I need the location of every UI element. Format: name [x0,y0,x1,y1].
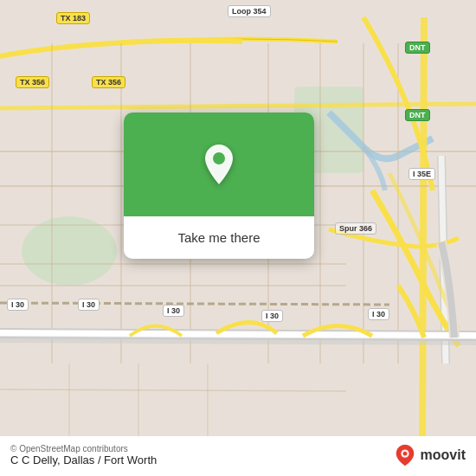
svg-point-1 [22,216,117,286]
location-pin [200,145,238,183]
road-label-i30a: I 30 [7,299,29,311]
road-label-loop354: Loop 354 [228,5,271,17]
svg-point-21 [402,452,407,456]
pin-icon [200,143,238,186]
road-label-spur366: Spur 366 [335,222,376,235]
road-label-tx356b: TX 356 [92,76,125,88]
bottom-bar: © OpenStreetMap contributors C C Delly, … [0,436,476,476]
location-name: C C Delly, Dallas / Fort Worth [10,453,157,466]
card-map-section [124,113,314,216]
moovit-icon [393,443,417,467]
road-label-dnt2: DNT [405,109,430,121]
svg-point-19 [213,152,225,164]
road-label-tx183: TX 183 [56,12,90,24]
road-label-dnt1: DNT [405,42,430,54]
map-container: TX 183 Loop 354 DNT TX 356 TX 356 DNT I … [0,0,476,476]
road-label-i30e: I 30 [368,308,389,320]
bottom-left: © OpenStreetMap contributors C C Delly, … [10,444,157,466]
moovit-brand-text: moovit [421,447,466,463]
location-card: Take me there [124,113,314,259]
road-label-tx356a: TX 356 [16,76,49,88]
road-label-i30c: I 30 [163,305,184,317]
take-me-there-button[interactable]: Take me there [134,230,304,245]
card-button-section[interactable]: Take me there [124,216,314,259]
copyright-text: © OpenStreetMap contributors [10,444,157,453]
moovit-logo: moovit [393,443,466,467]
road-label-i30d: I 30 [261,310,283,322]
road-label-i30b: I 30 [78,299,100,311]
road-label-i35e: I 35E [408,168,435,180]
